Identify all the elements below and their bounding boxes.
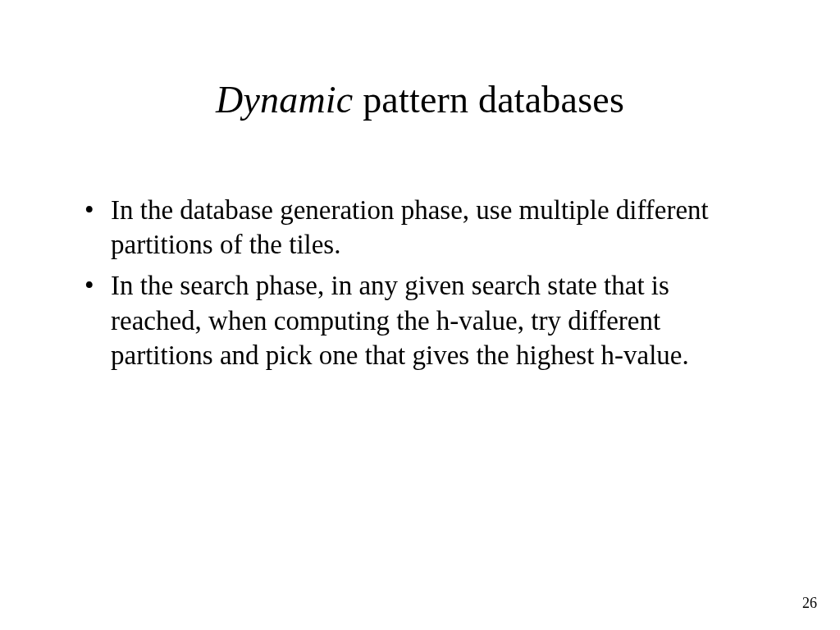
list-item: In the search phase, in any given search… — [78, 268, 762, 372]
page-number: 26 — [802, 595, 817, 612]
slide-title: Dynamic pattern databases — [0, 78, 840, 121]
title-emphasis: Dynamic — [216, 79, 353, 121]
slide: Dynamic pattern databases In the databas… — [0, 0, 840, 630]
title-rest: pattern databases — [353, 79, 624, 121]
bullet-list: In the database generation phase, use mu… — [78, 193, 762, 372]
list-item: In the database generation phase, use mu… — [78, 193, 762, 262]
slide-body: In the database generation phase, use mu… — [78, 193, 762, 379]
